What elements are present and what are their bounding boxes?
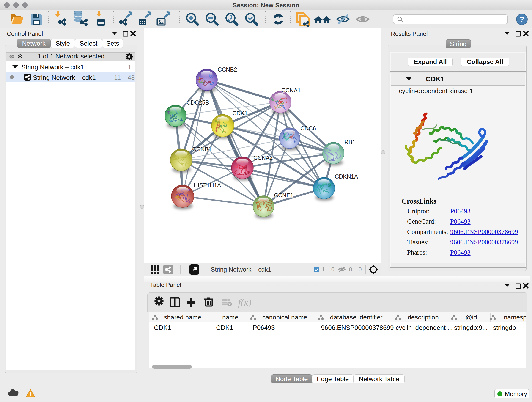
svg-text:CCNB2: CCNB2: [218, 66, 237, 73]
svg-text:CCNE1: CCNE1: [274, 192, 293, 198]
svg-text:CCNB1: CCNB1: [192, 146, 212, 153]
svg-text:CDK1: CDK1: [232, 110, 248, 116]
svg-text:9606.ENSP00000378699: 9606.ENSP00000378699: [321, 324, 394, 331]
svg-text:1 of 1 Network selected: 1 of 1 Network selected: [38, 53, 105, 60]
svg-text:HIST1H1A: HIST1H1A: [194, 182, 221, 188]
svg-text:database identifier: database identifier: [330, 314, 383, 321]
svg-text:shared name: shared name: [164, 314, 201, 321]
svg-text:CDK1: CDK1: [154, 324, 171, 331]
svg-text:description: description: [408, 314, 438, 321]
svg-text:f(x): f(x): [238, 297, 251, 308]
svg-text:String Network – cdk1: String Network – cdk1: [211, 266, 271, 273]
svg-text:P06493: P06493: [253, 324, 275, 331]
svg-text:stringdb:9...: stringdb:9...: [454, 324, 488, 331]
svg-text:CDK1: CDK1: [216, 324, 233, 331]
svg-text:CDKN1A: CDKN1A: [335, 173, 358, 180]
svg-text:@id: @id: [466, 314, 477, 321]
svg-text:CDC6: CDC6: [300, 125, 316, 132]
svg-text:?: ?: [520, 15, 525, 24]
svg-text:namespace: namespace: [504, 314, 526, 321]
svg-text:CDC25B: CDC25B: [186, 99, 209, 106]
svg-text:cyclin–dependent ...: cyclin–dependent ...: [396, 324, 453, 331]
svg-text:CCNA1: CCNA1: [281, 87, 301, 94]
svg-text:name: name: [222, 314, 238, 321]
svg-text:RB1: RB1: [344, 139, 355, 145]
svg-text:CCNA2: CCNA2: [253, 154, 273, 161]
svg-text:canonical name: canonical name: [262, 314, 307, 321]
svg-text:1 – 0: 1 – 0: [322, 266, 335, 273]
svg-text:stringdb: stringdb: [493, 324, 516, 331]
svg-text:0 – 0: 0 – 0: [349, 266, 362, 273]
